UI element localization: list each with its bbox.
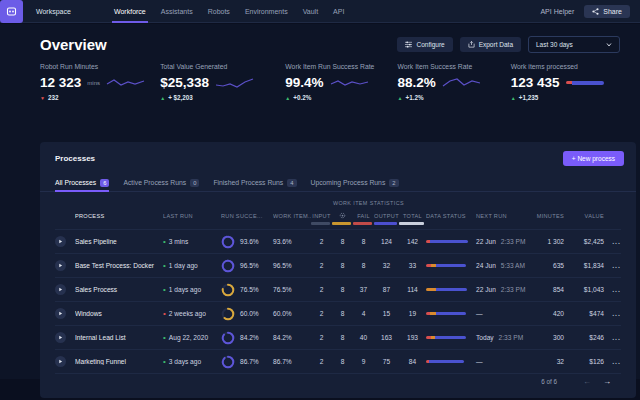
row-menu-button[interactable]: ... [604, 238, 621, 245]
table-row[interactable]: Base Test Process: Docker • 1 day ago 96… [55, 253, 621, 277]
progress-ring [221, 331, 235, 345]
work-item-rate: 86.7% [273, 358, 311, 365]
date-range-dropdown[interactable]: Last 30 days [528, 36, 620, 53]
export-data-label: Export Data [479, 41, 513, 48]
run-process-button[interactable] [55, 260, 66, 271]
play-icon [58, 239, 63, 244]
data-status-cell [426, 336, 476, 339]
export-data-button[interactable]: Export Data [460, 37, 521, 52]
total-count: 142 [399, 238, 426, 245]
nav-item-workforce[interactable]: Workforce [114, 0, 146, 23]
table-row[interactable]: Internal Lead List • Aug 22, 2020 84.2% … [55, 325, 621, 349]
run-success-cell: 76.5% [221, 283, 273, 297]
col-work-item[interactable]: WORK ITEM... [273, 213, 311, 219]
col-data-status[interactable]: DATA STATUS [426, 213, 476, 219]
nav-item-assistants[interactable]: Assistants [161, 0, 193, 23]
table-row[interactable]: Sales Process • 1 days ago 76.5% 76.5% 2… [55, 277, 621, 301]
col-minutes[interactable]: MINUTES [536, 213, 564, 219]
chevron-down-icon [606, 43, 612, 47]
run-process-button[interactable] [55, 236, 66, 247]
output-count: 15 [374, 310, 399, 317]
in-progress-count: 8 [332, 238, 353, 245]
col-total[interactable]: TOTAL [399, 213, 426, 219]
next-page-button[interactable]: → [597, 377, 617, 386]
share-icon [592, 8, 599, 15]
main-nav: Workforce Assistants Robots Environments… [114, 0, 344, 23]
data-status-bar [426, 336, 476, 339]
process-name[interactable]: Sales Pipeline [75, 238, 163, 245]
col-input[interactable]: INPUT [311, 213, 332, 219]
share-button[interactable]: Share [584, 5, 630, 18]
total-count: 84 [399, 358, 426, 365]
next-run-date: 24 Jun [476, 262, 496, 269]
kpi-label: Work items processed [511, 63, 620, 70]
kpi-robot-run-minutes: Robot Run Minutes 12 323 mins ▼232 [40, 63, 160, 101]
configure-button[interactable]: Configure [397, 37, 452, 52]
tab-all-processes[interactable]: All Processes 6 [55, 174, 109, 191]
col-last-run[interactable]: LAST RUN [163, 213, 221, 219]
col-next-run[interactable]: NEXT RUN [476, 213, 536, 219]
configure-label: Configure [416, 41, 444, 48]
next-run-date: — [476, 358, 483, 365]
tab-active-process-runs[interactable]: Active Process Runs 0 [123, 174, 199, 191]
input-count: 2 [311, 286, 332, 293]
kpi-work-items-processed: Work items processed 123 435 ▲+1,235 [511, 63, 620, 101]
col-process[interactable]: PROCESS [75, 213, 163, 219]
run-process-button[interactable] [55, 356, 66, 367]
value-amount: $246 [564, 334, 604, 341]
process-name[interactable]: Internal Lead List [75, 334, 163, 341]
total-count: 193 [399, 334, 426, 341]
process-name[interactable]: Sales Process [75, 286, 163, 293]
status-dot: • [163, 264, 166, 268]
table-row[interactable]: Sales Pipeline • 3 mins 93.6% 93.6% 2 8 … [55, 229, 621, 253]
tab-count-badge: 6 [100, 179, 109, 187]
last-run-text: 1 days ago [169, 286, 201, 293]
kpi-label: Robot Run Minutes [40, 63, 160, 70]
table-row[interactable]: Windows • 2 weeks ago 60.0% 60.0% 2 8 4 … [55, 301, 621, 325]
last-run-text: Aug 22, 2020 [169, 334, 208, 341]
nav-item-environments[interactable]: Environments [245, 0, 288, 23]
processes-title: Processes [55, 154, 95, 163]
workspace-label[interactable]: Workspace [36, 8, 96, 15]
api-helper-link[interactable]: API Helper [540, 8, 574, 15]
tab-count-badge: 2 [389, 179, 398, 187]
nav-item-api[interactable]: API [333, 0, 344, 23]
kpi-delta: ▲+1,235 [511, 94, 620, 101]
col-run-success[interactable]: RUN SUCCE... [221, 213, 273, 219]
run-process-button[interactable] [55, 308, 66, 319]
process-name[interactable]: Windows [75, 310, 163, 317]
next-run-time: 2:33 PM [499, 334, 524, 341]
new-process-button[interactable]: + New process [563, 151, 624, 166]
tab-finished-process-runs[interactable]: Finished Process Runs 4 [213, 174, 296, 191]
process-name[interactable]: Marketing Funnel [75, 358, 163, 365]
table-row[interactable]: Marketing Funnel • 3 days ago 86.7% 86.7… [55, 349, 621, 373]
next-run-cell: 24 Jun 5:33 AM [476, 262, 536, 269]
row-menu-button[interactable]: ... [604, 310, 621, 317]
app-logo[interactable] [0, 0, 23, 23]
input-count: 2 [311, 334, 332, 341]
fail-count: 8 [353, 238, 374, 245]
col-output[interactable]: OUTPUT [374, 213, 399, 219]
page-count: 6 of 6 [541, 378, 557, 385]
run-process-button[interactable] [55, 284, 66, 295]
date-range-value: Last 30 days [536, 41, 573, 48]
row-menu-button[interactable]: ... [604, 334, 621, 341]
play-icon [58, 311, 63, 316]
col-in-progress[interactable] [332, 212, 353, 220]
previous-page-button[interactable]: ← [577, 377, 597, 386]
row-menu-button[interactable]: ... [604, 358, 621, 365]
work-item-legend-bar [311, 222, 426, 225]
sparkline-chart [215, 76, 255, 89]
status-dot: • [163, 288, 166, 292]
row-menu-button[interactable]: ... [604, 262, 621, 269]
nav-item-vault[interactable]: Vault [303, 0, 318, 23]
data-status-cell [426, 312, 476, 315]
row-menu-button[interactable]: ... [604, 286, 621, 293]
nav-item-robots[interactable]: Robots [208, 0, 230, 23]
process-name[interactable]: Base Test Process: Docker [75, 262, 163, 269]
col-fail[interactable]: FAIL [353, 213, 374, 219]
col-value[interactable]: VALUE [564, 213, 604, 219]
output-count: 163 [374, 334, 399, 341]
tab-upcoming-process-runs[interactable]: Upcoming Process Runs 2 [311, 174, 399, 191]
run-process-button[interactable] [55, 332, 66, 343]
